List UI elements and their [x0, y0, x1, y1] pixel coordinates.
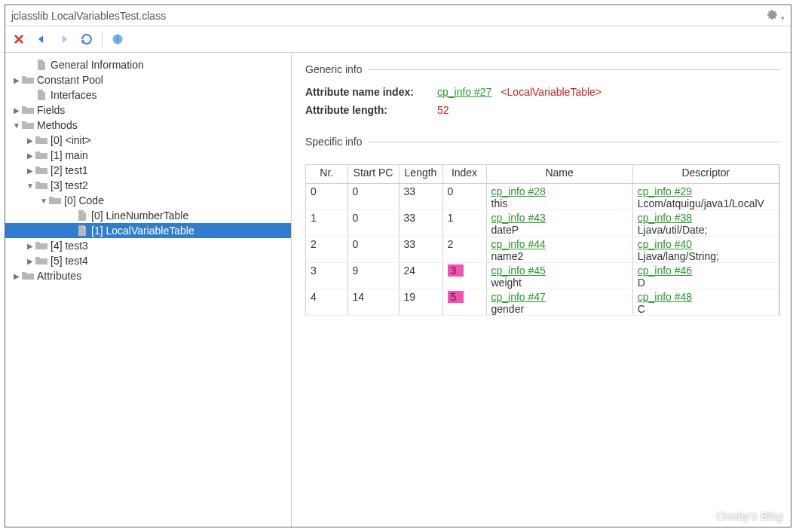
descriptor-value: Lcom/atquigu/java1/LocalV — [633, 197, 779, 209]
tree-label: [3] test2 — [51, 179, 88, 191]
folder-icon — [35, 135, 47, 145]
tree-label: [1] main — [51, 149, 88, 161]
twisty-icon[interactable]: ▶ — [11, 76, 22, 84]
name-link[interactable]: cp_info #43 — [491, 212, 546, 224]
tree-label: [5] test4 — [51, 255, 88, 267]
table-row[interactable]: 39243cp_info #45weightcp_info #46D — [306, 262, 779, 289]
name-value: weight — [487, 277, 632, 289]
local-variable-table: Nr.Start PCLengthIndexNameDescriptor 003… — [305, 164, 780, 316]
tree-item--4-test3[interactable]: ▶[4] test3 — [5, 238, 291, 253]
tree-label: Fields — [37, 104, 65, 116]
col-start-pc[interactable]: Start PC — [347, 165, 399, 183]
back-icon[interactable] — [34, 32, 49, 47]
file-icon — [35, 60, 47, 70]
descriptor-link[interactable]: cp_info #48 — [638, 291, 692, 303]
twisty-icon[interactable]: ▶ — [25, 242, 35, 250]
name-link[interactable]: cp_info #47 — [491, 291, 546, 303]
tree-item--0-init-[interactable]: ▶[0] <init> — [5, 133, 291, 148]
tree-item-interfaces[interactable]: Interfaces — [5, 87, 291, 102]
tree-label: Constant Pool — [37, 74, 103, 86]
name-value: name2 — [487, 250, 632, 262]
folder-icon — [35, 255, 47, 266]
tree-item-constant-pool[interactable]: ▶Constant Pool — [5, 72, 291, 87]
watermark: Oneby's Blog — [716, 509, 783, 522]
tree-label: [0] Code — [64, 194, 104, 206]
folder-icon — [35, 150, 47, 161]
tree-item--2-test1[interactable]: ▶[2] test1 — [5, 163, 291, 178]
col-nr-[interactable]: Nr. — [306, 165, 347, 183]
name-value: dateP — [487, 224, 632, 236]
details-panel: Generic info Attribute name index: cp_in… — [292, 53, 791, 527]
tree-label: [2] test1 — [51, 164, 88, 176]
descriptor-value: D — [633, 277, 779, 289]
twisty-icon[interactable]: ▼ — [25, 182, 35, 190]
table-row[interactable]: 10331cp_info #43datePcp_info #38Ljava/ut… — [306, 209, 779, 236]
table-row[interactable]: 00330cp_info #28thiscp_info #29Lcom/atqu… — [306, 183, 779, 209]
tree-label: General Information — [51, 59, 144, 71]
refresh-icon[interactable] — [79, 32, 94, 47]
descriptor-link[interactable]: cp_info #29 — [638, 185, 692, 197]
folder-icon — [35, 165, 47, 176]
descriptor-link[interactable]: cp_info #46 — [638, 264, 692, 277]
name-link[interactable]: cp_info #45 — [491, 264, 546, 277]
tree-label: [4] test3 — [51, 240, 88, 252]
tree-item--5-test4[interactable]: ▶[5] test4 — [5, 253, 291, 268]
tree-item--1-main[interactable]: ▶[1] main — [5, 148, 291, 163]
name-link[interactable]: cp_info #44 — [491, 238, 546, 250]
folder-icon — [35, 180, 47, 191]
col-name[interactable]: Name — [486, 165, 632, 183]
descriptor-link[interactable]: cp_info #40 — [638, 238, 692, 250]
descriptor-link[interactable]: cp_info #38 — [638, 212, 692, 224]
titlebar: jclasslib LocalVariablesTest.class ▾ — [5, 5, 791, 26]
twisty-icon[interactable]: ▶ — [11, 106, 22, 115]
tree-label: Attributes — [37, 270, 81, 282]
tree-item--0-code[interactable]: ▼[0] Code — [5, 193, 291, 208]
name-link[interactable]: cp_info #28 — [491, 185, 546, 197]
descriptor-value: Ljava/util/Date; — [633, 224, 779, 236]
attr-name-index-label: Attribute name index: — [305, 86, 437, 98]
twisty-icon[interactable]: ▼ — [11, 121, 22, 130]
folder-icon — [22, 271, 34, 281]
globe-icon[interactable] — [110, 32, 125, 47]
tree-item-fields[interactable]: ▶Fields — [5, 102, 291, 118]
gear-icon[interactable]: ▾ — [766, 8, 785, 23]
descriptor-value: Ljava/lang/String; — [633, 250, 779, 262]
table-row[interactable]: 20332cp_info #44name2cp_info #40Ljava/la… — [306, 236, 779, 262]
tree-item--3-test2[interactable]: ▼[3] test2 — [5, 178, 291, 193]
tree-label: [1] LocalVariableTable — [91, 225, 194, 237]
twisty-icon[interactable]: ▶ — [25, 167, 35, 175]
tree-item-methods[interactable]: ▼Methods — [5, 118, 291, 133]
toolbar — [5, 26, 791, 53]
folder-icon — [35, 240, 47, 251]
specific-info-heading: Specific info — [305, 136, 780, 148]
twisty-icon[interactable]: ▼ — [38, 197, 49, 205]
twisty-icon[interactable]: ▶ — [25, 257, 35, 265]
tree-item-attributes[interactable]: ▶Attributes — [5, 268, 291, 283]
col-index[interactable]: Index — [442, 165, 486, 183]
attr-length-label: Attribute length: — [305, 104, 437, 116]
file-icon — [76, 210, 88, 221]
tree-label: [0] LineNumberTable — [91, 209, 188, 222]
toolbar-separator — [102, 31, 103, 47]
name-value: gender — [487, 303, 632, 315]
descriptor-value: C — [633, 303, 779, 315]
table-row[interactable]: 414195cp_info #47gendercp_info #48C — [306, 289, 779, 315]
folder-icon — [49, 195, 61, 206]
tree-panel: General Information▶Constant PoolInterfa… — [5, 53, 292, 527]
twisty-icon[interactable]: ▶ — [11, 272, 22, 280]
tree-label: Methods — [37, 119, 78, 131]
close-icon[interactable] — [11, 32, 26, 47]
col-descriptor[interactable]: Descriptor — [632, 165, 779, 183]
tree-label: Interfaces — [51, 89, 96, 101]
forward-icon[interactable] — [57, 32, 72, 47]
col-length[interactable]: Length — [399, 165, 442, 183]
twisty-icon[interactable]: ▶ — [25, 151, 35, 160]
twisty-icon[interactable]: ▶ — [25, 136, 35, 145]
tree-label: [0] <init> — [51, 134, 91, 146]
file-icon — [76, 225, 88, 236]
attr-name-index-link[interactable]: cp_info #27 — [437, 86, 491, 98]
tree-item--1-localvariabletable[interactable]: [1] LocalVariableTable — [5, 223, 291, 238]
tree-item-general-information[interactable]: General Information — [5, 57, 291, 72]
tree-item--0-linenumbertable[interactable]: [0] LineNumberTable — [5, 208, 291, 223]
window-title: jclasslib LocalVariablesTest.class — [11, 10, 166, 22]
